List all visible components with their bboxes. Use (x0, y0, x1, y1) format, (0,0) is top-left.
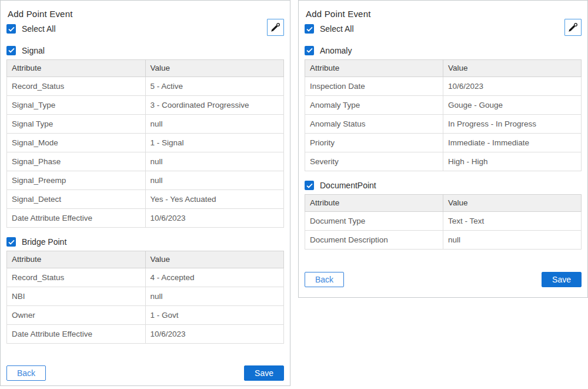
table-header-row: AttributeValue (305, 59, 582, 77)
attribute-cell: Date Attribute Effective (7, 208, 146, 227)
value-cell: Text - Text (443, 212, 582, 231)
sections-container: SignalAttributeValueRecord_Status5 - Act… (6, 45, 284, 344)
value-cell: 4 - Accepted (145, 268, 284, 287)
table-header-row: AttributeValue (305, 195, 582, 212)
section-label: Bridge Point (22, 237, 66, 247)
table-row: Signal_Phasenull (7, 152, 284, 171)
attribute-column-header: Attribute (7, 251, 146, 268)
section-checkbox[interactable]: Signal (6, 46, 45, 55)
value-cell: High - High (443, 152, 582, 171)
value-cell: 10/6/2023 (145, 325, 284, 344)
attribute-cell: Severity (305, 152, 443, 171)
value-cell: null (145, 287, 284, 306)
value-cell: 5 - Active (145, 77, 284, 95)
table-row: Signal_Mode1 - Signal (7, 133, 284, 152)
attribute-cell: Date Attribute Effective (7, 325, 146, 344)
back-button[interactable]: Back (6, 365, 46, 381)
attribute-table: AttributeValueRecord_Status4 - AcceptedN… (6, 251, 284, 344)
section-checkbox[interactable]: Bridge Point (6, 237, 66, 247)
attribute-section: DocumentPointAttributeValueDocument Type… (305, 180, 582, 250)
attribute-cell: Anomaly Status (305, 114, 443, 133)
value-cell: 10/6/2023 (145, 208, 284, 227)
attribute-table: AttributeValueDocument TypeText - TextDo… (305, 194, 582, 250)
check-icon (305, 24, 314, 34)
attribute-cell: Signal_Phase (7, 152, 146, 171)
save-button[interactable]: Save (244, 365, 284, 381)
attribute-cell: NBI (7, 287, 146, 306)
table-header-row: AttributeValue (7, 251, 284, 268)
attribute-cell: Signal_Type (7, 95, 146, 114)
value-column-header: Value (443, 59, 582, 77)
select-all-checkbox[interactable]: Select All (6, 24, 56, 34)
eyedropper-icon (568, 22, 578, 32)
eyedropper-button[interactable] (564, 19, 582, 36)
table-row: Anomaly StatusIn Progress - In Progress (305, 114, 582, 133)
section-label: DocumentPoint (320, 181, 376, 190)
attribute-table: AttributeValueInspection Date10/6/2023An… (305, 59, 582, 171)
value-cell: Yes - Yes Actuated (145, 189, 284, 208)
check-icon (6, 46, 16, 55)
value-cell: null (145, 114, 284, 133)
table-row: SeverityHigh - High (305, 152, 582, 171)
attribute-section: AnomalyAttributeValueInspection Date10/6… (305, 45, 582, 171)
value-cell: Immediate - Immediate (443, 133, 582, 152)
table-row: Record_Status4 - Accepted (7, 268, 284, 287)
back-button[interactable]: Back (305, 272, 344, 287)
value-column-header: Value (145, 251, 284, 268)
attribute-cell: Inspection Date (305, 77, 443, 95)
table-row: Signal Typenull (7, 114, 284, 133)
table-row: NBInull (7, 287, 284, 306)
table-row: Date Attribute Effective10/6/2023 (7, 325, 284, 344)
check-icon (6, 237, 16, 247)
attribute-column-header: Attribute (7, 59, 146, 77)
eyedropper-icon (270, 22, 280, 32)
table-row: Anomaly TypeGouge - Gouge (305, 95, 582, 114)
select-all-label: Select All (22, 24, 56, 34)
attribute-section: Bridge PointAttributeValueRecord_Status4… (6, 237, 284, 344)
value-cell: 10/6/2023 (443, 77, 582, 95)
check-icon (6, 24, 16, 34)
value-column-header: Value (443, 195, 582, 212)
table-row: PriorityImmediate - Immediate (305, 133, 582, 152)
value-cell: 1 - Signal (145, 133, 284, 152)
attribute-cell: Record_Status (7, 268, 146, 287)
page-title: Add Point Event (306, 9, 582, 19)
table-row: Record_Status5 - Active (7, 77, 284, 95)
select-all-label: Select All (320, 24, 354, 34)
save-button[interactable]: Save (542, 272, 582, 287)
attribute-cell: Record_Status (7, 77, 146, 95)
value-cell: 1 - Govt (145, 306, 284, 325)
table-row: Inspection Date10/6/2023 (305, 77, 582, 95)
attribute-cell: Signal Type (7, 114, 146, 133)
table-row: Signal_Preempnull (7, 171, 284, 189)
table-header-row: AttributeValue (7, 59, 284, 77)
value-cell: 3 - Coordinated Progressive (145, 95, 284, 114)
select-all-checkbox[interactable]: Select All (305, 24, 354, 34)
attribute-cell: Document Type (305, 212, 443, 231)
section-label: Anomaly (320, 46, 352, 55)
attribute-cell: Signal_Preemp (7, 171, 146, 189)
value-cell: In Progress - In Progress (443, 114, 582, 133)
attribute-column-header: Attribute (305, 195, 443, 212)
sections-container: AnomalyAttributeValueInspection Date10/6… (305, 45, 582, 250)
add-point-event-panel-left: Add Point Event Select All SignalAttribu… (0, 0, 290, 386)
table-row: Signal_Type3 - Coordinated Progressive (7, 95, 284, 114)
eyedropper-button[interactable] (267, 19, 284, 36)
page-title: Add Point Event (8, 9, 284, 19)
attribute-cell: Owner (7, 306, 146, 325)
attribute-cell: Signal_Mode (7, 133, 146, 152)
section-checkbox[interactable]: DocumentPoint (305, 181, 376, 190)
add-point-event-panel-right: Add Point Event Select All AnomalyAttrib… (298, 0, 588, 298)
table-row: Document TypeText - Text (305, 212, 582, 231)
attribute-cell: Priority (305, 133, 443, 152)
check-icon (305, 181, 314, 190)
check-icon (305, 46, 314, 55)
value-cell: null (145, 171, 284, 189)
attribute-cell: Signal_Detect (7, 189, 146, 208)
value-cell: null (443, 231, 582, 250)
attribute-table: AttributeValueRecord_Status5 - ActiveSig… (6, 59, 284, 228)
section-checkbox[interactable]: Anomaly (305, 46, 352, 55)
attribute-cell: Anomaly Type (305, 95, 443, 114)
table-row: Date Attribute Effective10/6/2023 (7, 208, 284, 227)
value-cell: Gouge - Gouge (443, 95, 582, 114)
